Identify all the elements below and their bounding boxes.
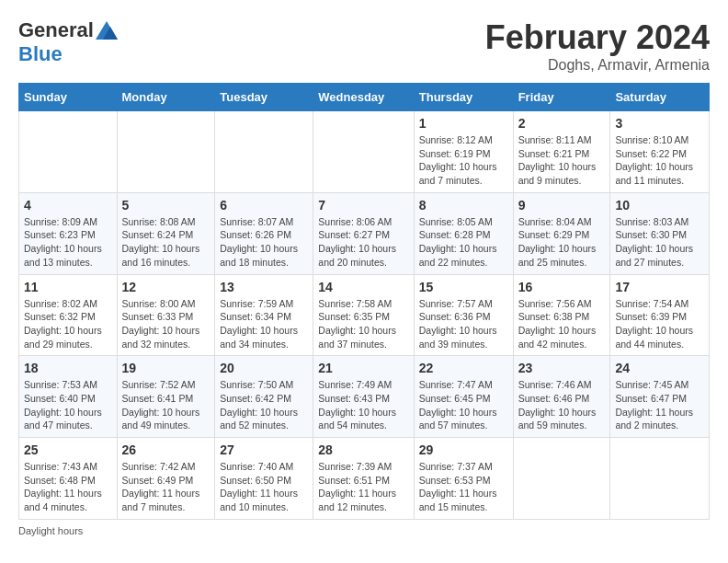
calendar-day-cell: 13Sunrise: 7:59 AM Sunset: 6:34 PM Dayli… (215, 274, 313, 356)
day-info: Sunrise: 7:57 AM Sunset: 6:36 PM Dayligh… (419, 297, 508, 351)
day-info: Sunrise: 8:11 AM Sunset: 6:21 PM Dayligh… (518, 133, 606, 188)
day-info: Sunrise: 8:04 AM Sunset: 6:29 PM Dayligh… (518, 215, 606, 270)
day-info: Sunrise: 7:56 AM Sunset: 6:38 PM Dayligh… (518, 297, 606, 351)
day-number: 18 (24, 361, 112, 375)
day-info: Sunrise: 8:02 AM Sunset: 6:32 PM Dayligh… (24, 297, 112, 351)
page-title: February 2024 (485, 18, 710, 57)
day-number: 3 (615, 116, 704, 131)
calendar-day-header: Sunday (19, 84, 118, 111)
day-number: 22 (419, 361, 508, 375)
calendar-day-cell: 17Sunrise: 7:54 AM Sunset: 6:39 PM Dayli… (610, 274, 710, 356)
calendar-day-cell: 19Sunrise: 7:52 AM Sunset: 6:41 PM Dayli… (117, 356, 215, 438)
day-info: Sunrise: 7:43 AM Sunset: 6:48 PM Dayligh… (24, 460, 112, 514)
day-number: 4 (24, 198, 112, 213)
calendar-day-cell: 11Sunrise: 8:02 AM Sunset: 6:32 PM Dayli… (19, 274, 118, 356)
calendar-day-cell (117, 111, 215, 193)
calendar-header-row: SundayMondayTuesdayWednesdayThursdayFrid… (19, 84, 710, 111)
calendar-day-cell: 3Sunrise: 8:10 AM Sunset: 6:22 PM Daylig… (610, 111, 710, 193)
day-info: Sunrise: 8:07 AM Sunset: 6:26 PM Dayligh… (220, 215, 308, 270)
calendar-day-header: Wednesday (313, 84, 414, 111)
day-info: Sunrise: 8:06 AM Sunset: 6:27 PM Dayligh… (318, 215, 408, 270)
day-info: Sunrise: 7:45 AM Sunset: 6:47 PM Dayligh… (615, 378, 704, 432)
day-info: Sunrise: 8:08 AM Sunset: 6:24 PM Dayligh… (122, 215, 210, 270)
day-info: Sunrise: 7:40 AM Sunset: 6:50 PM Dayligh… (220, 460, 308, 514)
calendar-week-row: 18Sunrise: 7:53 AM Sunset: 6:40 PM Dayli… (19, 356, 710, 438)
day-info: Sunrise: 8:10 AM Sunset: 6:22 PM Dayligh… (615, 133, 704, 188)
day-number: 12 (122, 280, 210, 294)
footer-note: Daylight hours (18, 525, 710, 536)
calendar-day-cell: 25Sunrise: 7:43 AM Sunset: 6:48 PM Dayli… (19, 438, 118, 520)
calendar-day-cell (215, 111, 313, 193)
calendar-day-cell: 6Sunrise: 8:07 AM Sunset: 6:26 PM Daylig… (215, 192, 313, 274)
calendar-day-cell: 28Sunrise: 7:39 AM Sunset: 6:51 PM Dayli… (313, 438, 414, 520)
calendar-day-cell: 14Sunrise: 7:58 AM Sunset: 6:35 PM Dayli… (313, 274, 414, 356)
title-area: February 2024 Doghs, Armavir, Armenia (485, 18, 710, 74)
day-info: Sunrise: 7:50 AM Sunset: 6:42 PM Dayligh… (220, 378, 308, 432)
day-info: Sunrise: 7:59 AM Sunset: 6:34 PM Dayligh… (220, 297, 308, 351)
calendar-day-cell: 22Sunrise: 7:47 AM Sunset: 6:45 PM Dayli… (414, 356, 513, 438)
day-number: 23 (518, 361, 606, 375)
day-number: 29 (419, 442, 508, 457)
calendar-day-cell: 8Sunrise: 8:05 AM Sunset: 6:28 PM Daylig… (414, 192, 513, 274)
calendar-week-row: 25Sunrise: 7:43 AM Sunset: 6:48 PM Dayli… (19, 438, 710, 520)
calendar-day-cell: 20Sunrise: 7:50 AM Sunset: 6:42 PM Dayli… (215, 356, 313, 438)
day-info: Sunrise: 7:58 AM Sunset: 6:35 PM Dayligh… (318, 297, 408, 351)
calendar-day-cell: 18Sunrise: 7:53 AM Sunset: 6:40 PM Dayli… (19, 356, 118, 438)
day-number: 27 (220, 442, 308, 457)
day-info: Sunrise: 7:47 AM Sunset: 6:45 PM Dayligh… (419, 378, 508, 432)
day-info: Sunrise: 7:42 AM Sunset: 6:49 PM Dayligh… (122, 460, 210, 514)
calendar-day-header: Tuesday (215, 84, 313, 111)
day-number: 8 (419, 198, 508, 213)
day-info: Sunrise: 7:54 AM Sunset: 6:39 PM Dayligh… (615, 297, 704, 351)
calendar-week-row: 1Sunrise: 8:12 AM Sunset: 6:19 PM Daylig… (19, 111, 710, 193)
day-number: 21 (318, 361, 408, 375)
logo-icon (96, 19, 118, 41)
day-info: Sunrise: 7:53 AM Sunset: 6:40 PM Dayligh… (24, 378, 112, 432)
header: General Blue February 2024 Doghs, Armavi… (18, 18, 710, 74)
day-info: Sunrise: 8:03 AM Sunset: 6:30 PM Dayligh… (615, 215, 704, 270)
day-number: 19 (122, 361, 210, 375)
calendar-table: SundayMondayTuesdayWednesdayThursdayFrid… (18, 83, 710, 520)
calendar-day-cell: 16Sunrise: 7:56 AM Sunset: 6:38 PM Dayli… (513, 274, 610, 356)
day-number: 25 (24, 442, 112, 457)
calendar-day-cell: 23Sunrise: 7:46 AM Sunset: 6:46 PM Dayli… (513, 356, 610, 438)
day-number: 13 (220, 280, 308, 294)
logo-general-text: General (18, 18, 94, 42)
day-number: 11 (24, 280, 112, 294)
day-number: 26 (122, 442, 210, 457)
calendar-day-cell (513, 438, 610, 520)
calendar-day-cell: 1Sunrise: 8:12 AM Sunset: 6:19 PM Daylig… (414, 111, 513, 193)
calendar-day-cell: 2Sunrise: 8:11 AM Sunset: 6:21 PM Daylig… (513, 111, 610, 193)
calendar-week-row: 11Sunrise: 8:02 AM Sunset: 6:32 PM Dayli… (19, 274, 710, 356)
calendar-day-header: Monday (117, 84, 215, 111)
day-info: Sunrise: 8:09 AM Sunset: 6:23 PM Dayligh… (24, 215, 112, 270)
calendar-day-cell: 12Sunrise: 8:00 AM Sunset: 6:33 PM Dayli… (117, 274, 215, 356)
calendar-day-cell: 27Sunrise: 7:40 AM Sunset: 6:50 PM Dayli… (215, 438, 313, 520)
calendar-day-cell: 10Sunrise: 8:03 AM Sunset: 6:30 PM Dayli… (610, 192, 710, 274)
calendar-day-cell: 29Sunrise: 7:37 AM Sunset: 6:53 PM Dayli… (414, 438, 513, 520)
day-number: 28 (318, 442, 408, 457)
day-info: Sunrise: 8:05 AM Sunset: 6:28 PM Dayligh… (419, 215, 508, 270)
calendar-day-cell (313, 111, 414, 193)
page-subtitle: Doghs, Armavir, Armenia (485, 57, 710, 74)
calendar-week-row: 4Sunrise: 8:09 AM Sunset: 6:23 PM Daylig… (19, 192, 710, 274)
day-number: 24 (615, 361, 704, 375)
calendar-day-cell: 5Sunrise: 8:08 AM Sunset: 6:24 PM Daylig… (117, 192, 215, 274)
logo-blue-text: Blue (18, 42, 63, 65)
day-info: Sunrise: 7:52 AM Sunset: 6:41 PM Dayligh… (122, 378, 210, 432)
day-number: 7 (318, 198, 408, 213)
calendar-day-cell: 15Sunrise: 7:57 AM Sunset: 6:36 PM Dayli… (414, 274, 513, 356)
day-number: 15 (419, 280, 508, 294)
calendar-day-header: Thursday (414, 84, 513, 111)
day-number: 6 (220, 198, 308, 213)
day-number: 16 (518, 280, 606, 294)
calendar-day-cell: 21Sunrise: 7:49 AM Sunset: 6:43 PM Dayli… (313, 356, 414, 438)
day-info: Sunrise: 8:00 AM Sunset: 6:33 PM Dayligh… (122, 297, 210, 351)
day-number: 14 (318, 280, 408, 294)
logo: General Blue (18, 18, 118, 66)
day-info: Sunrise: 7:46 AM Sunset: 6:46 PM Dayligh… (518, 378, 606, 432)
calendar-day-cell: 7Sunrise: 8:06 AM Sunset: 6:27 PM Daylig… (313, 192, 414, 274)
calendar-day-cell: 26Sunrise: 7:42 AM Sunset: 6:49 PM Dayli… (117, 438, 215, 520)
calendar-day-cell: 24Sunrise: 7:45 AM Sunset: 6:47 PM Dayli… (610, 356, 710, 438)
day-number: 5 (122, 198, 210, 213)
